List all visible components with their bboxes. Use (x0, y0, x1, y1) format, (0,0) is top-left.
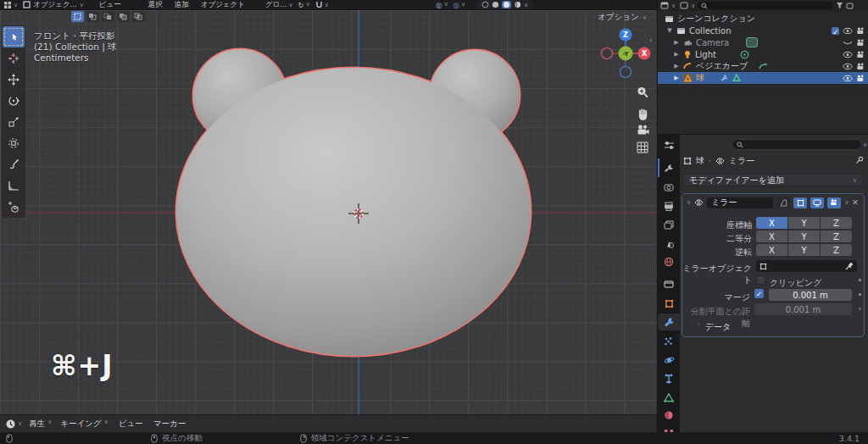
tab-material[interactable] (658, 407, 680, 424)
data-subpanel-toggle[interactable]: › データ (698, 321, 731, 333)
navigation-gizmo[interactable]: Z X -Y (593, 22, 657, 86)
outliner-row-camera[interactable]: ▶ Camera (658, 36, 868, 48)
disable-render-camera-icon[interactable] (856, 27, 865, 35)
merge-value-field[interactable]: 0.001 m (769, 289, 852, 301)
eyedropper-icon[interactable] (845, 262, 854, 270)
cursor-tool[interactable] (3, 47, 25, 69)
realtime-toggle[interactable] (810, 197, 824, 208)
tab-physics[interactable] (658, 352, 680, 369)
tab-collection[interactable] (658, 275, 680, 292)
flip-z-button[interactable]: Z (821, 244, 852, 256)
menu-view[interactable]: ビュー (96, 0, 125, 10)
zoom-icon[interactable] (635, 85, 650, 100)
tab-scene[interactable] (658, 235, 680, 252)
outliner-funnel-icon[interactable] (836, 2, 843, 9)
outliner-row-light[interactable]: ▶ Light (658, 48, 868, 60)
outliner-display-mode-icon[interactable] (660, 2, 669, 9)
select-mode-intersect-button[interactable] (132, 11, 145, 22)
modifier-close-icon[interactable]: ✕ (852, 198, 859, 207)
hide-eye-icon[interactable] (843, 75, 853, 82)
axis-y-button[interactable]: Y (788, 217, 820, 229)
tab-object-data[interactable] (658, 389, 680, 406)
breadcrumb-modifier[interactable]: ミラー (729, 155, 754, 167)
timeline-menu-view[interactable]: ビュー (119, 419, 143, 430)
proportional-edit-icon[interactable]: ◎∨ (453, 1, 466, 9)
editor-type-icon[interactable]: ∨ (3, 1, 18, 9)
snap-target-dropdown[interactable]: ◎∨ (436, 1, 448, 9)
edit-mode-toggle[interactable] (793, 197, 807, 208)
move-tool[interactable] (3, 69, 25, 90)
add-primitive-tool[interactable] (3, 196, 25, 217)
flip-x-button[interactable]: X (756, 244, 787, 256)
properties-search-input[interactable] (732, 139, 862, 150)
tab-modifiers[interactable] (658, 314, 680, 330)
hide-eye-icon[interactable] (843, 51, 853, 58)
hide-eye-icon[interactable] (843, 63, 853, 70)
bisect-x-button[interactable]: X (756, 230, 787, 242)
merge-decorator[interactable] (859, 293, 861, 296)
camera-view-icon[interactable] (635, 122, 650, 137)
bisect-y-button[interactable]: Y (788, 230, 820, 242)
disable-render-camera-icon[interactable] (856, 39, 865, 47)
mode-selector[interactable]: オブジェク... ∨ (23, 0, 84, 10)
modifier-name-field[interactable]: ミラー (707, 197, 773, 208)
tab-object[interactable] (658, 295, 680, 312)
new-collection-icon[interactable] (846, 2, 854, 9)
outliner-search-input[interactable] (698, 2, 833, 9)
select-mode-extend-button[interactable] (86, 11, 99, 22)
menu-add[interactable]: 追加 (171, 0, 192, 10)
mirror-object-field[interactable] (756, 260, 857, 272)
add-modifier-button[interactable]: モディファイアーを追加 ∨ (682, 174, 864, 186)
timeline-editor-type-icon[interactable]: ∨ (5, 419, 22, 430)
clipping-decorator[interactable] (859, 279, 861, 281)
pivot-point-dropdown[interactable]: ↻∨ (298, 1, 310, 9)
tab-constraints[interactable] (658, 370, 680, 387)
shading-mode-group[interactable]: ∨ (477, 0, 532, 9)
tab-tool[interactable] (658, 160, 680, 177)
pan-hand-icon[interactable] (635, 106, 650, 121)
hide-eye-icon[interactable] (843, 27, 853, 35)
disable-render-camera-icon[interactable] (856, 63, 865, 70)
tab-output[interactable] (658, 197, 680, 214)
collection-checkbox[interactable]: ✓ (832, 27, 839, 35)
select-mode-subtract-button[interactable] (102, 11, 114, 22)
panel-collapse-icon[interactable]: ∨ (687, 199, 691, 206)
pin-icon[interactable] (855, 156, 864, 164)
viewport-3d[interactable]: オプション ∨ フロント・平行投影 (21) Collection | 球 Ce… (0, 10, 657, 414)
tab-render[interactable] (658, 179, 680, 196)
tab-world[interactable] (658, 253, 680, 270)
outliner-row-scene-collection[interactable]: シーンコレクション (658, 13, 868, 25)
tab-view-layer[interactable] (658, 216, 680, 233)
scale-tool[interactable] (3, 111, 25, 132)
properties-editor-type-icon[interactable] (658, 136, 680, 153)
modifier-extras-icon[interactable]: ∨ (844, 199, 849, 206)
outliner-row-sphere[interactable]: ▶ 球 (658, 72, 868, 84)
annotate-tool[interactable] (3, 153, 25, 175)
timeline-menu-play[interactable]: 再生∨ (29, 419, 52, 430)
clipping-checkbox[interactable] (756, 275, 765, 285)
measure-tool[interactable] (3, 175, 25, 196)
on-cage-toggle[interactable] (776, 197, 790, 208)
snap-magnet-icon[interactable]: ∨ (315, 1, 329, 8)
transform-orientation-dropdown[interactable]: グロ...∨ (265, 0, 293, 10)
timeline-menu-keying[interactable]: キーイング∨ (60, 419, 108, 430)
outliner-row-collection[interactable]: ▼ Collection ✓ (658, 25, 868, 36)
select-box-tool[interactable] (3, 26, 25, 47)
render-toggle[interactable] (827, 197, 841, 208)
disable-render-camera-icon[interactable] (856, 75, 865, 82)
transform-tool[interactable] (3, 132, 25, 153)
select-mode-new-button[interactable] (71, 11, 84, 22)
properties-filter-icon[interactable]: ∨ (863, 142, 867, 148)
bisect-z-button[interactable]: Z (821, 230, 852, 242)
sidebar-collapse-arrow[interactable]: ‹ (649, 36, 653, 44)
outliner-row-bezier-curve[interactable]: ▶ ベジエカーブ (658, 60, 868, 72)
outliner-filter-icon[interactable] (680, 2, 688, 9)
menu-select[interactable]: 選択 (145, 0, 166, 10)
merge-checkbox[interactable]: ✓ (754, 289, 764, 298)
tab-particles[interactable] (658, 333, 680, 350)
flip-y-button[interactable]: Y (788, 244, 820, 256)
timeline-menu-marker[interactable]: マーカー (153, 419, 186, 430)
menu-object[interactable]: オブジェクト (198, 0, 248, 10)
rotate-tool[interactable] (3, 90, 25, 111)
axis-x-button[interactable]: X (756, 217, 787, 229)
